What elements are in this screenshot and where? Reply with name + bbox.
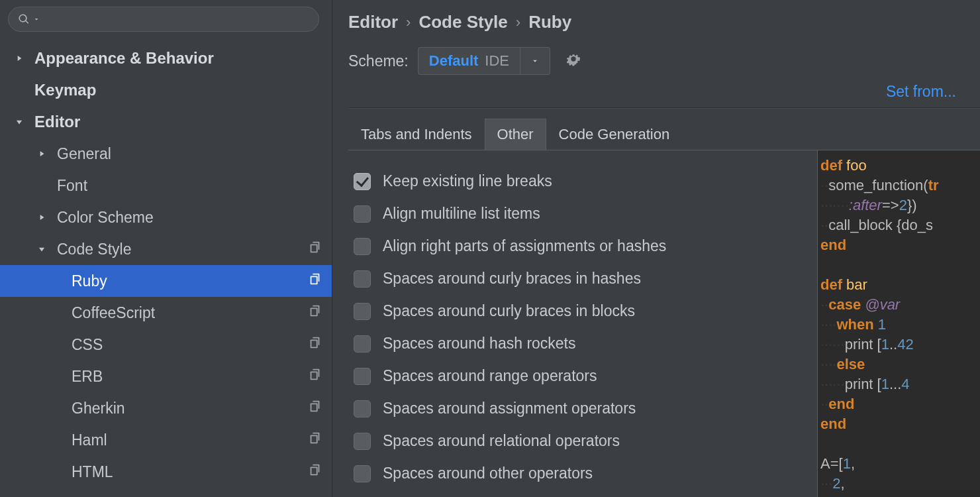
expand-right-icon — [36, 213, 48, 222]
option-spaces-around-relational-operators[interactable]: Spaces around relational operators — [348, 425, 817, 457]
sidebar-item-erb[interactable]: ERB — [0, 360, 332, 392]
option-keep-existing-line-breaks[interactable]: Keep existing line breaks — [348, 165, 817, 197]
sidebar-item-label: Gherkin — [72, 400, 125, 417]
option-spaces-around-hash-rockets[interactable]: Spaces around hash rockets — [348, 327, 817, 360]
checkbox[interactable] — [354, 270, 371, 288]
scheme-copy-icon — [308, 431, 322, 449]
tab-other[interactable]: Other — [485, 119, 546, 150]
sidebar-item-label: Editor — [34, 113, 80, 131]
gear-icon — [566, 52, 581, 66]
sidebar-item-general[interactable]: General — [0, 138, 332, 170]
sidebar-item-label: Ruby — [72, 272, 107, 290]
scheme-copy-icon — [308, 272, 322, 290]
checkbox[interactable] — [354, 238, 371, 255]
sidebar-item-label: CSS — [72, 336, 103, 354]
copy-icon — [308, 463, 322, 477]
sidebar-item-appearance-behavior[interactable]: Appearance & Behavior — [0, 42, 332, 74]
sidebar-item-label: Keymap — [34, 81, 96, 99]
scheme-selected: Default — [429, 52, 479, 70]
tab-tabs-and-indents[interactable]: Tabs and Indents — [348, 119, 485, 150]
copy-icon — [308, 272, 322, 286]
breadcrumb-item: Code Style — [418, 12, 507, 32]
option-label: Spaces around curly braces in hashes — [383, 270, 641, 288]
sidebar-item-label: Haml — [72, 431, 107, 449]
tab-code-generation[interactable]: Code Generation — [546, 119, 683, 150]
sidebar-item-coffeescript[interactable]: CoffeeScript — [0, 297, 332, 329]
scheme-label: Scheme: — [348, 52, 409, 70]
scheme-gear-button[interactable] — [566, 52, 581, 70]
chevron-down-icon — [32, 15, 40, 23]
scheme-dropdown-button[interactable] — [520, 48, 550, 74]
sidebar-item-font[interactable]: Font — [0, 170, 332, 201]
sidebar-item-color-scheme[interactable]: Color Scheme — [0, 201, 332, 233]
option-spaces-around-curly-braces-in-hashes[interactable]: Spaces around curly braces in hashes — [348, 262, 817, 295]
option-align-right-parts-of-assignments-or-hashes[interactable]: Align right parts of assignments or hash… — [348, 230, 817, 262]
sidebar-item-label: ERB — [72, 368, 103, 386]
option-label: Align multiline list items — [383, 205, 540, 223]
checkbox[interactable] — [354, 465, 371, 482]
breadcrumb: Editor › Code Style › Ruby — [332, 7, 980, 47]
sidebar-item-ruby[interactable]: Ruby — [0, 265, 332, 297]
breadcrumb-item: Editor — [348, 12, 398, 32]
scheme-copy-icon — [308, 304, 322, 322]
sidebar-item-haml[interactable]: Haml — [0, 424, 332, 456]
sidebar-item-css[interactable]: CSS — [0, 329, 332, 360]
chevron-down-icon — [530, 56, 540, 66]
copy-icon — [308, 335, 322, 350]
separator — [348, 107, 980, 108]
options-panel: Keep existing line breaksAlign multiline… — [348, 150, 817, 497]
checkbox[interactable] — [354, 335, 371, 353]
checkbox[interactable] — [354, 400, 371, 417]
copy-icon — [308, 367, 322, 382]
option-label: Spaces around range operators — [383, 367, 597, 385]
option-align-multiline-list-items[interactable]: Align multiline list items — [348, 197, 817, 230]
expand-down-icon — [36, 245, 48, 254]
sidebar-item-label: General — [57, 145, 111, 163]
scheme-copy-icon — [308, 240, 322, 258]
option-label: Align right parts of assignments or hash… — [383, 237, 666, 255]
search-icon — [18, 13, 30, 25]
sidebar-item-label: Code Style — [57, 241, 132, 258]
sidebar-item-label: Font — [57, 177, 87, 195]
checkbox[interactable] — [354, 303, 371, 320]
copy-icon — [308, 399, 322, 414]
option-label: Spaces around curly braces in blocks — [383, 302, 635, 320]
option-spaces-around-other-operators[interactable]: Spaces around other operators — [348, 457, 817, 490]
sidebar-item-label: CoffeeScript — [72, 304, 155, 322]
checkbox[interactable] — [354, 173, 371, 190]
option-label: Spaces around other operators — [383, 465, 593, 482]
expand-down-icon — [13, 117, 25, 127]
sidebar-item-label: HTML — [72, 463, 113, 481]
option-spaces-around-assignment-operators[interactable]: Spaces around assignment operators — [348, 392, 817, 425]
scheme-select[interactable]: Default IDE — [418, 47, 550, 75]
option-label: Spaces around hash rockets — [383, 335, 576, 353]
option-label: Spaces around assignment operators — [383, 400, 636, 417]
copy-icon — [308, 431, 322, 445]
sidebar-item-html[interactable]: HTML — [0, 456, 332, 488]
scheme-copy-icon — [308, 335, 322, 354]
scheme-copy-icon — [308, 399, 322, 417]
breadcrumb-sep: › — [516, 14, 520, 31]
tabs: Tabs and IndentsOtherCode Generation — [332, 119, 980, 150]
search-input[interactable] — [8, 7, 319, 32]
set-from-link[interactable]: Set from... — [886, 83, 956, 101]
settings-main: Editor › Code Style › Ruby Scheme: Defau… — [332, 0, 980, 497]
checkbox[interactable] — [354, 205, 371, 223]
expand-right-icon — [36, 149, 48, 158]
option-spaces-around-curly-braces-in-blocks[interactable]: Spaces around curly braces in blocks — [348, 295, 817, 327]
sidebar-item-gherkin[interactable]: Gherkin — [0, 392, 332, 424]
option-label: Spaces around relational operators — [383, 432, 620, 450]
checkbox[interactable] — [354, 433, 371, 450]
checkbox[interactable] — [354, 368, 371, 385]
sidebar-item-code-style[interactable]: Code Style — [0, 233, 332, 265]
scheme-copy-icon — [308, 367, 322, 386]
option-spaces-around-range-operators[interactable]: Spaces around range operators — [348, 360, 817, 392]
sidebar-item-keymap[interactable]: Keymap — [0, 74, 332, 106]
sidebar-item-editor[interactable]: Editor — [0, 106, 332, 138]
scheme-copy-icon — [308, 463, 322, 481]
settings-sidebar: Appearance & BehaviorKeymapEditorGeneral… — [0, 0, 332, 497]
settings-tree: Appearance & BehaviorKeymapEditorGeneral… — [0, 41, 332, 488]
copy-icon — [308, 240, 322, 254]
code-preview: def foo ··some_function(tr ·······:after… — [817, 150, 980, 497]
option-label: Keep existing line breaks — [383, 172, 552, 190]
